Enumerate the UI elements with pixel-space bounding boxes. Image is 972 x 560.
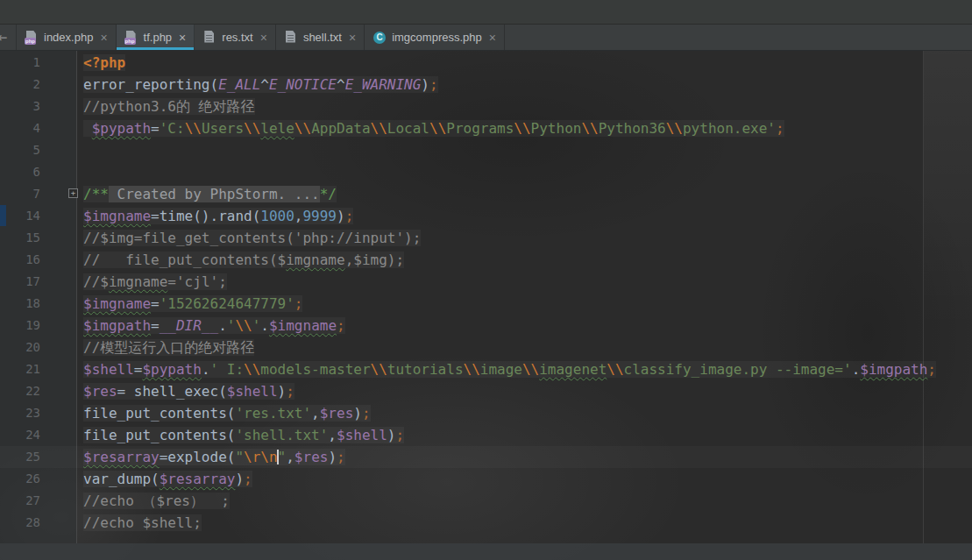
code-text[interactable]: /** Created by PhpStorm. ...*/ <box>83 183 972 205</box>
code-line[interactable]: 28//echo $shell; <box>0 512 972 534</box>
code-token: $resarray <box>160 471 236 487</box>
code-token: Users <box>202 120 244 137</box>
code-token: $imgname <box>269 317 337 334</box>
code-editor[interactable]: 1<?php2error_reporting(E_ALL^E_NOTICE^E_… <box>0 51 972 543</box>
code-token: \\ <box>464 361 480 378</box>
code-token: Python <box>531 120 582 137</box>
line-number: 19 <box>0 315 40 337</box>
code-token <box>83 120 92 137</box>
fold-expand-icon[interactable]: + <box>68 188 78 198</box>
tab-close-icon[interactable]: × <box>349 32 356 44</box>
code-line[interactable]: 26var_dump($resarray); <box>0 468 972 490</box>
code-text[interactable]: file_put_contents('res.txt',$res); <box>83 402 972 424</box>
code-text[interactable]: //$imgname='cjl'; <box>83 271 972 293</box>
code-line[interactable]: 14$imgname=time().rand(1000,9999); <box>0 205 972 227</box>
code-line[interactable]: 1<?php <box>0 52 972 74</box>
tab-res.txt[interactable]: res.txt× <box>195 25 276 50</box>
code-text[interactable]: file_put_contents('shell.txt',$shell); <box>83 424 972 446</box>
code-token: ) <box>421 76 429 93</box>
code-line[interactable]: 19$imgpath=__DIR__.'\\'.$imgname; <box>0 315 972 337</box>
code-text[interactable]: var_dump($resarray); <box>83 468 972 490</box>
tab-imgcompress.php[interactable]: Cimgcompress.php× <box>365 25 505 50</box>
code-text[interactable] <box>83 161 972 183</box>
line-number: 6 <box>0 161 40 183</box>
code-token: ; <box>429 76 438 93</box>
code-token: __DIR__ <box>160 317 218 334</box>
code-text[interactable]: //echo （$res） ; <box>83 490 972 512</box>
line-number: 5 <box>0 139 40 161</box>
code-text[interactable]: $pypath='C:\\Users\\lele\\AppData\\Local… <box>83 117 972 139</box>
code-token: //模型运行入口的绝对路径 <box>83 339 254 356</box>
code-token: . <box>202 361 210 378</box>
code-token: \\ <box>522 361 539 378</box>
code-line[interactable]: 22$res= shell_exec($shell); <box>0 380 972 402</box>
code-text[interactable]: $imgpath=__DIR__.'\\'.$imgname; <box>83 315 972 337</box>
tab-close-icon[interactable]: × <box>260 32 267 44</box>
code-text[interactable]: // file_put_contents($imgname,$img); <box>83 249 972 271</box>
gutter-fold-column: + <box>40 183 83 205</box>
code-text[interactable]: //python3.6的 绝对路径 <box>83 96 972 117</box>
code-token: $shell <box>83 361 134 378</box>
code-token: ; <box>337 449 345 465</box>
line-number: 27 <box>0 490 40 512</box>
gutter-fold-column <box>40 446 83 468</box>
code-line[interactable]: 17//$imgname='cjl'; <box>0 271 972 293</box>
code-line[interactable]: 5 <box>0 139 972 161</box>
code-line[interactable]: 15//$img=file_get_contents('php://input'… <box>0 227 972 249</box>
code-token: //echo （$res） ; <box>83 493 230 509</box>
code-token: 'res.txt' <box>235 405 311 422</box>
code-token: ; <box>362 405 371 422</box>
gutter-fold-column <box>40 227 83 249</box>
tab-close-icon[interactable]: × <box>179 32 186 44</box>
code-line[interactable]: 21$shell=$pypath.' I:\\models-master\\tu… <box>0 358 972 380</box>
code-text[interactable]: error_reporting(E_ALL^E_NOTICE^E_WARNING… <box>83 74 972 96</box>
code-token: = <box>151 295 160 312</box>
line-number: 3 <box>0 96 40 117</box>
collapse-panel-button[interactable]: ⇤ <box>0 25 17 50</box>
code-line[interactable]: 25$resarray=explode("\r\n",$res); <box>0 446 972 468</box>
tab-close-icon[interactable]: × <box>100 32 107 44</box>
code-text[interactable]: //模型运行入口的绝对路径 <box>83 337 972 358</box>
code-token: = <box>151 208 160 224</box>
code-token: $res <box>320 405 354 422</box>
code-token: file_put_contents( <box>83 427 235 443</box>
code-token: ='cjl'; <box>167 273 226 290</box>
code-token: Python36 <box>599 120 666 137</box>
code-token: models-master <box>260 361 370 378</box>
gutter-fold-column <box>40 512 83 534</box>
code-text[interactable]: $imgname='15262624647779'; <box>83 293 972 315</box>
code-line[interactable]: 7+/** Created by PhpStorm. ...*/ <box>0 183 972 205</box>
code-line[interactable]: 6 <box>0 161 972 183</box>
tab-shell.txt[interactable]: shell.txt× <box>276 25 365 50</box>
code-line[interactable]: 16// file_put_contents($imgname,$img); <box>0 249 972 271</box>
code-token: ; <box>294 295 303 312</box>
php-file-icon: php <box>124 31 138 45</box>
tab-tf.php[interactable]: phptf.php× <box>117 25 195 50</box>
code-token: = <box>151 317 160 334</box>
code-line[interactable]: 27//echo （$res） ; <box>0 490 972 512</box>
tab-index.php[interactable]: phpindex.php× <box>17 25 117 50</box>
code-text[interactable] <box>83 139 972 161</box>
code-line[interactable]: 2error_reporting(E_ALL^E_NOTICE^E_WARNIN… <box>0 74 972 96</box>
code-line[interactable]: 20//模型运行入口的绝对路径 <box>0 337 972 358</box>
code-token: 9999 <box>302 208 337 224</box>
code-line[interactable]: 4 $pypath='C:\\Users\\lele\\AppData\\Loc… <box>0 117 972 139</box>
code-text[interactable]: //$img=file_get_contents('php://input'); <box>83 227 972 249</box>
code-line[interactable]: 3//python3.6的 绝对路径 <box>0 96 972 117</box>
line-number: 24 <box>0 424 40 446</box>
code-token: \\ <box>666 120 683 137</box>
code-line[interactable]: 23file_put_contents('res.txt',$res); <box>0 402 972 424</box>
tab-close-icon[interactable]: × <box>489 32 496 44</box>
code-text[interactable]: //echo $shell; <box>83 512 972 534</box>
code-text[interactable]: <?php <box>83 52 972 74</box>
code-text[interactable]: $res= shell_exec($shell); <box>83 380 972 402</box>
code-text[interactable]: $resarray=explode("\r\n",$res); <box>83 446 972 468</box>
code-line[interactable]: 24file_put_contents('shell.txt',$shell); <box>0 424 972 446</box>
code-token: = <box>151 120 160 137</box>
code-token: " <box>235 449 244 465</box>
code-token: . <box>852 361 861 378</box>
code-token: file_put_contents( <box>83 405 235 422</box>
code-text[interactable]: $imgname=time().rand(1000,9999); <box>83 205 972 227</box>
code-line[interactable]: 18$imgname='15262624647779'; <box>0 293 972 315</box>
code-text[interactable]: $shell=$pypath.' I:\\models-master\\tuto… <box>83 358 972 380</box>
